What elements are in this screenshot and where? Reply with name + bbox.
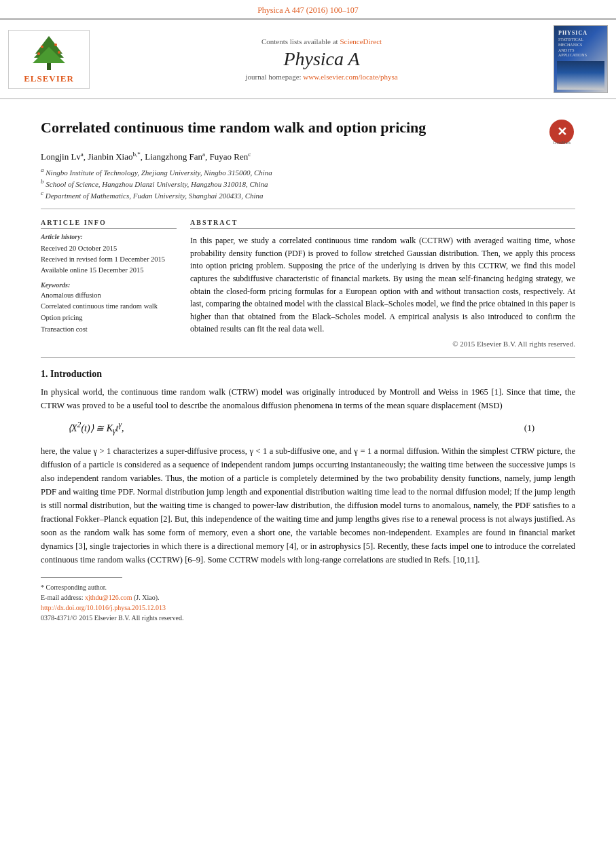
abstract-section: ABSTRACT In this paper, we study a corre…: [190, 219, 575, 348]
affiliation-b: b School of Science, Hangzhou Dianzi Uni…: [41, 178, 575, 188]
elsevier-brand-text: ELSEVIER: [24, 73, 74, 84]
journal-header: ELSEVIER Contents lists available at Sci…: [0, 18, 616, 99]
sciencedirect-label: Contents lists available at: [261, 37, 340, 46]
author-3: Liangzhong Fana: [145, 151, 205, 162]
svg-point-5: [54, 43, 57, 46]
author-1: Longjin Lva: [41, 151, 84, 162]
journal-cover: PHYSICA STATISTICAL MECHANICSAND ITS APP…: [554, 25, 608, 93]
svg-point-7: [58, 51, 60, 54]
article-info-title: ARTICLE INFO: [41, 219, 177, 229]
citation-text: Physica A 447 (2016) 100–107: [257, 5, 359, 15]
abstract-title: ABSTRACT: [190, 219, 575, 229]
abstract-text: In this paper, we study a correlated con…: [190, 234, 575, 336]
copyright-text: © 2015 Elsevier B.V. All rights reserved…: [190, 340, 575, 348]
citation-bar: Physica A 447 (2016) 100–107: [0, 0, 616, 18]
equation-1-number: (1): [524, 423, 535, 433]
cover-physica: PHYSICA: [557, 29, 604, 37]
keyword-1: Anomalous diffusion: [41, 290, 177, 302]
homepage-link[interactable]: www.elsevier.com/locate/physa: [303, 73, 397, 81]
keyword-4: Transaction cost: [41, 324, 177, 336]
svg-text:✕: ✕: [557, 125, 567, 139]
affiliation-c: c Department of Mathematics, Fudan Unive…: [41, 190, 575, 200]
elsevier-tree-icon: [22, 35, 76, 72]
elsevier-logo: ELSEVIER: [8, 30, 90, 89]
paper-title: Correlated continuous time random walk a…: [41, 118, 535, 138]
homepage-line: journal homepage: www.elsevier.com/locat…: [96, 73, 547, 81]
footnote-divider: [41, 577, 122, 578]
main-content: Correlated continuous time random walk a…: [0, 99, 616, 637]
svg-text:CrossMark: CrossMark: [553, 141, 571, 145]
email-suffix: (J. Xiao).: [134, 594, 160, 601]
homepage-label: journal homepage:: [245, 73, 303, 81]
divider-1: [41, 209, 575, 209]
affiliation-a: a Ningbo Institute of Technology, Zhejia…: [41, 166, 575, 177]
article-info-column: ARTICLE INFO Article history: Received 2…: [41, 219, 177, 348]
svg-point-6: [37, 52, 40, 55]
divider-2: [41, 357, 575, 358]
sciencedirect-link[interactable]: ScienceDirect: [340, 37, 382, 46]
footnote-doi: http://dx.doi.org/10.1016/j.physa.2015.1…: [41, 603, 575, 613]
journal-center: Contents lists available at ScienceDirec…: [96, 37, 547, 81]
article-history: Received 20 October 2015 Received in rev…: [41, 243, 177, 275]
received-date: Received 20 October 2015: [41, 245, 117, 252]
doi-link[interactable]: http://dx.doi.org/10.1016/j.physa.2015.1…: [41, 604, 166, 611]
keyword-2: Correlated continuous time random walk: [41, 301, 177, 312]
available-date: Available online 15 December 2015: [41, 266, 143, 274]
journal-title: Physica A: [96, 48, 547, 70]
sciencedirect-line: Contents lists available at ScienceDirec…: [96, 37, 547, 46]
svg-point-4: [41, 46, 43, 48]
revised-date: Received in revised form 1 December 2015: [41, 255, 165, 263]
intro-para-2: here, the value γ > 1 characterizes a su…: [41, 444, 575, 567]
email-label: E-mail address:: [41, 594, 85, 601]
intro-para-1: In physical world, the continuous time r…: [41, 385, 575, 412]
keyword-3: Option pricing: [41, 312, 177, 324]
authors-line: Longjin Lva, Jianbin Xiaob,*, Liangzhong…: [41, 151, 575, 162]
introduction-section: 1. Introduction In physical world, the c…: [41, 369, 575, 566]
two-column-section: ARTICLE INFO Article history: Received 2…: [41, 219, 575, 348]
cover-subtitle: STATISTICAL MECHANICSAND ITS APPLICATION…: [557, 37, 604, 58]
crossmark-icon: ✕ CrossMark: [548, 118, 575, 145]
footnote-issn: 0378-4371/© 2015 Elsevier B.V. All right…: [41, 613, 575, 623]
keywords-label: Keywords:: [41, 281, 177, 289]
equation-1-formula: ⟨X2(t)⟩ ≅ Kγtγ,: [68, 420, 124, 435]
email-link[interactable]: xjthdu@126.com: [85, 594, 132, 601]
history-label: Article history:: [41, 233, 177, 240]
footnote-star: * Corresponding author.: [41, 582, 575, 592]
equation-1-display: ⟨X2(t)⟩ ≅ Kγtγ, (1): [68, 420, 535, 435]
author-4: Fuyao Renc: [210, 151, 251, 162]
footnote-email-line: E-mail address: xjthdu@126.com (J. Xiao)…: [41, 592, 575, 603]
author-2: Jianbin Xiaob,*: [88, 151, 140, 162]
paper-title-section: Correlated continuous time random walk a…: [41, 118, 575, 145]
intro-heading: 1. Introduction: [41, 369, 575, 380]
